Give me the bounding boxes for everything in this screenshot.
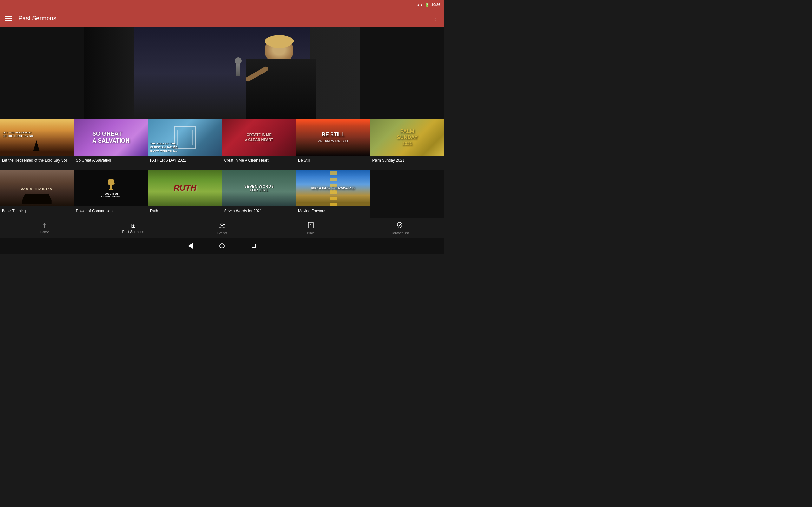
sermon-card-salvation[interactable]: SO GREATA SALVATION So Great A Salvation — [74, 119, 148, 170]
more-options-button[interactable]: ⋮ — [432, 14, 439, 22]
sermon-card-empty — [370, 170, 444, 221]
hero-video[interactable] — [84, 27, 360, 119]
sermon-row-1: LET THE REDEEMEDOF THE LORD SAY SO Let t… — [0, 119, 444, 170]
card-thumb-clean-heart: ♥ CREATE IN MEA CLEAN HEART — [222, 119, 296, 156]
sermon-card-redeemed[interactable]: LET THE REDEEMEDOF THE LORD SAY SO Let t… — [0, 119, 74, 170]
sermon-card-moving-forward[interactable]: MOVING FORWARD Moving Forward — [296, 170, 370, 221]
recents-button[interactable] — [251, 243, 257, 249]
sermon-card-father[interactable]: THE ROLE OF THECHRISTIAN FATHERHAPPY FAT… — [148, 119, 222, 170]
card-label-palm-sunday: Palm Sunday 2021 — [370, 156, 444, 170]
hamburger-menu-button[interactable] — [5, 16, 12, 20]
svg-line-3 — [224, 224, 224, 224]
hero-background — [84, 27, 360, 119]
card-thumb-palm-sunday: PALMSUNDAY2021 — [370, 119, 444, 156]
battery-icon: 🔋 — [425, 3, 429, 7]
page-title: Past Sermons — [18, 15, 432, 22]
home-button[interactable] — [219, 243, 225, 249]
sermon-card-ruth[interactable]: RUTH Ruth — [148, 170, 222, 221]
past-sermons-icon: ⊞ — [131, 223, 136, 228]
card-label-clean-heart: Creat In Me A Clean Heart — [222, 156, 296, 170]
home-icon: ✝ — [42, 222, 47, 229]
card-thumb-basic: BASIC TRAINING — [0, 170, 74, 206]
card-label-salvation: So Great A Salvation — [74, 156, 148, 170]
svg-point-8 — [399, 224, 401, 225]
sermon-card-be-still[interactable]: BE STILLAND KNOW I AM GOD Be Still — [296, 119, 370, 170]
sermon-card-seven-words[interactable]: SEVEN WORDSFOR 2021 Seven Words for 2021 — [222, 170, 297, 221]
nav-label-bible: Bible — [307, 231, 315, 235]
sermon-card-basic[interactable]: BASIC TRAINING Basic Training — [0, 170, 74, 221]
sermon-row-2: BASIC TRAINING Basic Training POWER OFCO… — [0, 170, 444, 221]
signal-icon: ▲▲ — [417, 3, 423, 7]
status-time: 10:26 — [432, 3, 440, 7]
chalice-icon — [106, 178, 116, 191]
system-nav-bar — [0, 238, 444, 253]
status-bar: ▲▲ 🔋 10:26 — [0, 0, 444, 9]
sermon-card-palm-sunday[interactable]: PALMSUNDAY2021 Palm Sunday 2021 — [370, 119, 444, 170]
card-thumb-moving-forward: MOVING FORWARD — [296, 170, 370, 206]
card-thumb-seven-words: SEVEN WORDSFOR 2021 — [222, 170, 296, 206]
nav-label-past-sermons: Past Sermons — [122, 230, 144, 233]
bottom-nav: ✝ Home ⊞ Past Sermons Events — [0, 218, 444, 238]
card-thumb-redeemed: LET THE REDEEMEDOF THE LORD SAY SO — [0, 119, 74, 156]
nav-label-events: Events — [217, 231, 227, 235]
bible-icon — [307, 222, 314, 230]
card-label-redeemed: Let the Redeemed of the Lord Say So! — [0, 156, 74, 170]
card-thumb-be-still: BE STILLAND KNOW I AM GOD — [296, 119, 370, 156]
contact-icon — [396, 222, 403, 230]
nav-item-events[interactable]: Events — [177, 222, 266, 235]
card-thumb-ruth: RUTH — [148, 170, 222, 206]
card-thumb-communion: POWER OFCOMMUNION — [74, 170, 148, 206]
back-button[interactable] — [187, 243, 194, 249]
sermon-card-clean-heart[interactable]: ♥ CREATE IN MEA CLEAN HEART Creat In Me … — [222, 119, 297, 170]
card-thumb-salvation: SO GREATA SALVATION — [74, 119, 148, 156]
nav-item-home[interactable]: ✝ Home — [0, 222, 89, 234]
nav-item-contact[interactable]: Contact Us! — [355, 222, 444, 235]
nav-item-past-sermons[interactable]: ⊞ Past Sermons — [89, 223, 177, 233]
app-bar: Past Sermons ⋮ — [0, 9, 444, 27]
hero-right-panel — [360, 27, 444, 119]
nav-label-contact: Contact Us! — [391, 231, 409, 235]
card-label-father: FATHER'S DAY 2021 — [148, 156, 222, 170]
hero-left-panel — [0, 27, 84, 119]
sermon-card-communion[interactable]: POWER OFCOMMUNION Power of Communion — [74, 170, 148, 221]
status-bar-right: ▲▲ 🔋 10:26 — [417, 3, 440, 7]
card-thumb-father: THE ROLE OF THECHRISTIAN FATHERHAPPY FAT… — [148, 119, 222, 156]
events-icon — [218, 222, 225, 230]
card-label-be-still: Be Still — [296, 156, 370, 170]
nav-item-bible[interactable]: Bible — [266, 222, 355, 235]
nav-label-home: Home — [40, 230, 49, 234]
